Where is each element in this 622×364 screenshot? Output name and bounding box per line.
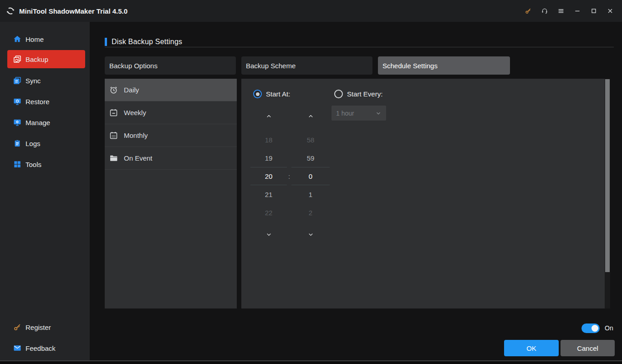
minimize-icon[interactable] bbox=[569, 0, 586, 22]
close-icon[interactable] bbox=[602, 0, 618, 22]
sidebar-item-backup[interactable]: Backup bbox=[7, 50, 85, 68]
hour-option[interactable]: 18 bbox=[250, 131, 287, 149]
app-logo-icon bbox=[5, 6, 15, 16]
minute-option[interactable]: 2 bbox=[291, 203, 330, 222]
folder-icon bbox=[108, 153, 118, 163]
sidebar-item-label: Register bbox=[25, 324, 51, 331]
tab-schedule-settings[interactable]: Schedule Settings bbox=[378, 56, 510, 75]
tools-icon bbox=[13, 160, 22, 169]
schedule-type-monthly[interactable]: Monthly bbox=[105, 124, 237, 147]
scrollbar-thumb[interactable] bbox=[605, 79, 610, 272]
sidebar-item-label: Manage bbox=[25, 119, 50, 126]
time-row: 21 1 bbox=[250, 185, 332, 203]
home-icon bbox=[13, 35, 22, 44]
sidebar-item-feedback[interactable]: Feedback bbox=[7, 339, 85, 357]
tab-label: Schedule Settings bbox=[382, 62, 438, 70]
maximize-icon[interactable] bbox=[586, 0, 602, 22]
window-title: MiniTool ShadowMaker Trial 4.5.0 bbox=[19, 7, 127, 15]
license-key-icon[interactable] bbox=[520, 0, 536, 22]
support-headset-icon[interactable] bbox=[536, 0, 553, 22]
chevron-up-icon bbox=[265, 113, 272, 120]
selected-hour[interactable]: 20 bbox=[250, 167, 287, 185]
register-key-icon bbox=[13, 323, 22, 332]
sidebar-item-register[interactable]: Register bbox=[7, 318, 85, 336]
logs-icon bbox=[13, 139, 22, 148]
sidebar-item-tools[interactable]: Tools bbox=[7, 155, 85, 173]
minute-option[interactable]: 58 bbox=[291, 131, 330, 149]
title-accent-bar bbox=[105, 38, 107, 46]
sidebar-item-label: Logs bbox=[25, 140, 41, 147]
backup-icon bbox=[13, 55, 22, 64]
menu-icon[interactable] bbox=[553, 0, 569, 22]
start-every-radio-group[interactable]: Start Every: bbox=[334, 90, 382, 98]
chevron-down-icon bbox=[307, 231, 314, 238]
time-picker-down-controls bbox=[250, 229, 332, 240]
minute-option[interactable]: 59 bbox=[291, 149, 330, 167]
hour-down-button[interactable] bbox=[250, 229, 287, 240]
time-separator: : bbox=[287, 167, 291, 185]
hour-option[interactable]: 22 bbox=[250, 203, 287, 222]
minute-up-button[interactable] bbox=[291, 111, 330, 121]
time-picker-values: 18 58 19 59 20 : 0 21 1 bbox=[250, 131, 332, 222]
selected-minute[interactable]: 0 bbox=[291, 167, 330, 185]
chevron-down-icon bbox=[375, 110, 382, 116]
page-title: Disk Backup Settings bbox=[112, 38, 182, 46]
schedule-type-panel: Daily Weekly bbox=[105, 79, 237, 308]
sidebar: Home Backup Sync bbox=[0, 22, 90, 361]
ok-button[interactable]: OK bbox=[504, 340, 559, 356]
manage-icon bbox=[13, 118, 22, 127]
time-picker-up-controls bbox=[250, 111, 332, 121]
sidebar-item-label: Sync bbox=[25, 77, 41, 85]
sidebar-item-label: Restore bbox=[25, 98, 50, 106]
tab-backup-options[interactable]: Backup Options bbox=[105, 56, 236, 75]
schedule-settings-panel: Start At: Start Every: 1 hour bbox=[241, 79, 605, 308]
start-at-radio-group[interactable]: Start At: bbox=[253, 90, 290, 98]
sidebar-item-label: Tools bbox=[25, 161, 41, 168]
sidebar-item-logs[interactable]: Logs bbox=[7, 134, 85, 152]
schedule-type-label: Daily bbox=[124, 86, 139, 94]
time-row: 19 59 bbox=[250, 149, 332, 167]
minute-down-button[interactable] bbox=[291, 229, 330, 240]
sidebar-item-manage[interactable]: Manage bbox=[7, 113, 85, 131]
interval-value: 1 hour bbox=[336, 110, 375, 117]
calendar-week-icon bbox=[108, 108, 118, 118]
chevron-down-icon bbox=[265, 231, 272, 238]
start-at-radio[interactable] bbox=[253, 90, 262, 98]
restore-icon bbox=[13, 97, 22, 106]
alarm-clock-icon bbox=[108, 85, 118, 95]
tab-label: Backup Scheme bbox=[246, 62, 296, 70]
hour-up-button[interactable] bbox=[250, 111, 287, 121]
scrollbar-track bbox=[605, 79, 610, 308]
window-bottom-edge bbox=[0, 360, 622, 364]
sidebar-item-home[interactable]: Home bbox=[7, 30, 85, 48]
schedule-type-weekly[interactable]: Weekly bbox=[105, 101, 237, 124]
cancel-button[interactable]: Cancel bbox=[561, 340, 615, 356]
minute-option[interactable]: 1 bbox=[291, 185, 330, 203]
sidebar-item-sync[interactable]: Sync bbox=[7, 71, 85, 90]
sidebar-item-label: Backup bbox=[25, 56, 48, 63]
app-window: MiniTool ShadowMaker Trial 4.5.0 bbox=[0, 0, 622, 364]
chevron-up-icon bbox=[307, 113, 314, 120]
hour-option[interactable]: 19 bbox=[250, 149, 287, 167]
time-row: 22 2 bbox=[250, 203, 332, 222]
schedule-type-daily[interactable]: Daily bbox=[105, 79, 237, 101]
schedule-type-label: Weekly bbox=[124, 109, 146, 116]
time-picker: 18 58 19 59 20 : 0 21 1 bbox=[250, 111, 332, 240]
toggle-state-label: On bbox=[605, 324, 613, 332]
interval-dropdown[interactable]: 1 hour bbox=[331, 106, 386, 121]
sync-icon bbox=[13, 76, 22, 85]
start-every-radio[interactable] bbox=[334, 90, 343, 98]
titlebar: MiniTool ShadowMaker Trial 4.5.0 bbox=[0, 0, 622, 22]
sidebar-item-label: Home bbox=[25, 35, 44, 43]
sidebar-item-restore[interactable]: Restore bbox=[7, 92, 85, 111]
tab-label: Backup Options bbox=[109, 62, 158, 70]
schedule-toggle[interactable] bbox=[581, 324, 600, 333]
start-every-label: Start Every: bbox=[347, 90, 382, 98]
tab-backup-scheme[interactable]: Backup Scheme bbox=[241, 56, 372, 75]
calendar-month-icon bbox=[108, 131, 118, 141]
toggle-knob bbox=[591, 325, 598, 332]
titlebar-buttons bbox=[520, 0, 618, 22]
schedule-type-label: Monthly bbox=[124, 131, 148, 139]
schedule-type-on-event[interactable]: On Event bbox=[105, 147, 237, 170]
hour-option[interactable]: 21 bbox=[250, 185, 287, 203]
